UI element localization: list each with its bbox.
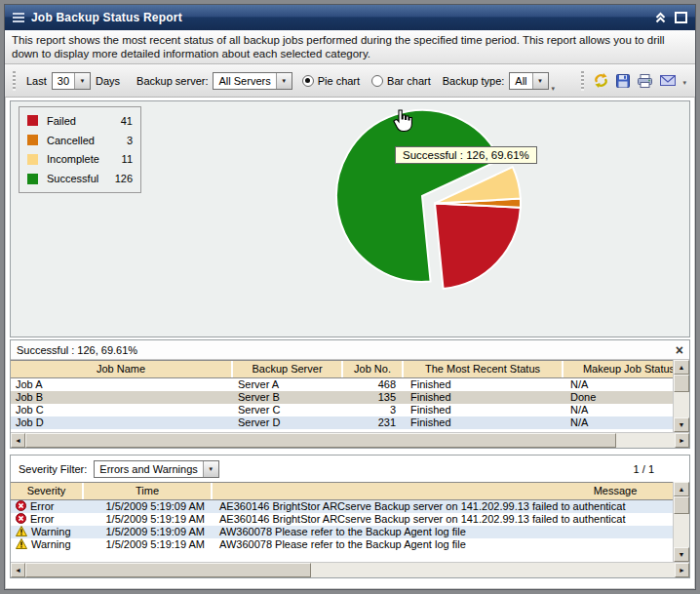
scroll-up-icon[interactable]: ▲ [674,482,689,496]
radio-dot-icon [302,75,314,87]
close-icon[interactable]: × [676,343,683,357]
horizontal-scrollbar[interactable]: ◄ ► [11,562,689,577]
page-title: Job Backup Status Report [31,11,646,24]
table-row[interactable]: Job A Server A 468 Finished N/A [11,378,673,391]
scroll-down-icon[interactable]: ▼ [674,547,689,562]
col-time[interactable]: Time [84,483,213,499]
drilldown-header: Successful : 126, 69.61% × [11,340,689,360]
col-job-name[interactable]: Job Name [11,361,233,377]
server-cell: Server C [233,404,343,416]
scrollbar-thumb[interactable] [25,563,311,577]
collapse-icon[interactable] [654,12,667,23]
scroll-right-icon[interactable]: ► [675,563,689,577]
list-item[interactable]: Error 1/5/2009 5:19:19 AM AE360146 Brigh… [11,513,673,526]
chevron-down-icon[interactable]: ▼ [74,73,90,89]
email-icon[interactable] [659,73,677,88]
job-no-cell: 135 [343,391,404,404]
status-cell: Finished [404,378,564,391]
col-message[interactable]: Message [213,483,673,499]
job-no-cell: 468 [343,378,404,391]
list-item[interactable]: Error 1/5/2009 5:19:09 AM AE360146 Brigh… [11,500,673,513]
scroll-left-icon[interactable]: ◄ [11,563,25,577]
chart-tooltip: Successful : 126, 69.61% [395,146,537,164]
pie-chart-radio[interactable]: Pie chart [302,75,360,87]
toolbar-actions: ▾ [579,71,689,91]
backup-server-label: Backup server: [136,75,208,87]
scroll-left-icon[interactable]: ◄ [11,433,25,448]
chevron-down-icon[interactable]: ▼ [276,73,292,89]
makeup-cell: N/A [564,416,673,429]
legend-swatch [27,174,38,184]
scrollbar-thumb[interactable] [674,375,689,392]
toolbar-overflow-button[interactable]: ▾ [682,79,686,91]
scroll-right-icon[interactable]: ► [675,433,689,448]
chart-legend: Failed 41 Cancelled 3 Incomplete 11 Succ… [19,106,141,193]
page-indicator: 1 / 1 [634,463,681,475]
scrollbar-thumb[interactable] [25,433,616,448]
chevron-down-icon[interactable]: ▼ [532,73,548,89]
chevron-down-icon[interactable]: ▼ [203,461,218,477]
title-bar: Job Backup Status Report [5,5,695,30]
backup-type-select[interactable]: All ▼ [509,72,548,90]
days-select[interactable]: 30 ▼ [52,72,91,90]
legend-count: 126 [115,173,133,184]
job-no-cell: 3 [343,404,404,416]
report-list-icon [13,13,24,23]
col-recent-status[interactable]: The Most Recent Status [404,361,564,377]
bar-chart-radio[interactable]: Bar chart [371,75,431,87]
toolbar-grip [581,71,584,91]
legend-count: 41 [121,115,133,127]
scrollbar-thumb[interactable] [674,496,689,514]
backup-server-value: All Servers [214,75,275,87]
server-cell: Server A [233,378,343,391]
job-name-cell: Job A [11,378,233,391]
severity-cell: Warning [11,538,84,551]
horizontal-scrollbar[interactable]: ◄ ► [11,432,689,448]
col-job-no[interactable]: Job No. [343,361,404,377]
status-cell: Finished [404,391,564,404]
table-row[interactable]: Job C Server C 3 Finished N/A [11,404,673,416]
error-icon [16,500,26,513]
severity-text: Warning [31,538,71,551]
legend-item-cancelled[interactable]: Cancelled 3 [19,135,140,146]
legend-item-successful[interactable]: Successful 126 [19,173,140,184]
refresh-icon[interactable] [593,72,609,89]
error-icon [16,513,26,526]
job-name-cell: Job B [11,391,233,404]
severity-filter-label: Severity Filter: [19,463,87,475]
legend-item-incomplete[interactable]: Incomplete 11 [19,153,140,165]
severity-filter-select[interactable]: Errors and Warnings ▼ [94,460,218,478]
list-item[interactable]: Warning 1/5/2009 5:19:19 AM AW360078 Ple… [11,538,673,551]
table-row[interactable]: Job B Server B 135 Finished Done [11,391,673,404]
job-name-cell: Job C [11,404,233,416]
severity-filter-value: Errors and Warnings [95,463,202,475]
radio-dot-icon [371,75,383,87]
report-description: This report shows the most recent status… [5,30,695,64]
vertical-scrollbar[interactable]: ▲ ▼ [673,482,689,562]
legend-item-failed[interactable]: Failed 41 [19,115,140,127]
col-makeup-status[interactable]: Makeup Job Status [564,361,673,377]
legend-count: 3 [127,135,133,146]
col-backup-server[interactable]: Backup Server [233,361,343,377]
vertical-scrollbar[interactable]: ▲ ▼ [673,360,689,432]
scroll-down-icon[interactable]: ▼ [674,417,689,432]
makeup-cell: N/A [564,378,673,391]
col-severity[interactable]: Severity [11,483,84,499]
log-panel: Severity Filter: Errors and Warnings ▼ 1… [10,455,690,578]
toolbar-overflow-button[interactable]: ▾ [552,85,556,97]
scroll-up-icon[interactable]: ▲ [674,360,689,375]
table-row[interactable]: Job D Server D 231 Finished N/A [11,416,673,429]
print-icon[interactable] [637,73,653,89]
warning-icon [16,538,27,551]
hand-cursor-icon [391,108,413,137]
makeup-cell: N/A [564,404,673,416]
time-cell: 1/5/2009 5:19:09 AM [84,526,213,538]
legend-swatch [27,154,38,165]
toolbar: Last 30 ▼ Days Backup server: All Server… [5,64,695,98]
backup-server-select[interactable]: All Servers ▼ [213,72,292,90]
list-item[interactable]: Warning 1/5/2009 5:19:09 AM AW360078 Ple… [11,526,673,538]
save-icon[interactable] [615,73,631,89]
warning-icon [16,526,27,538]
maximize-icon[interactable] [675,12,687,23]
message-cell: AE360146 BrightStor ARCserve Backup serv… [213,500,673,513]
